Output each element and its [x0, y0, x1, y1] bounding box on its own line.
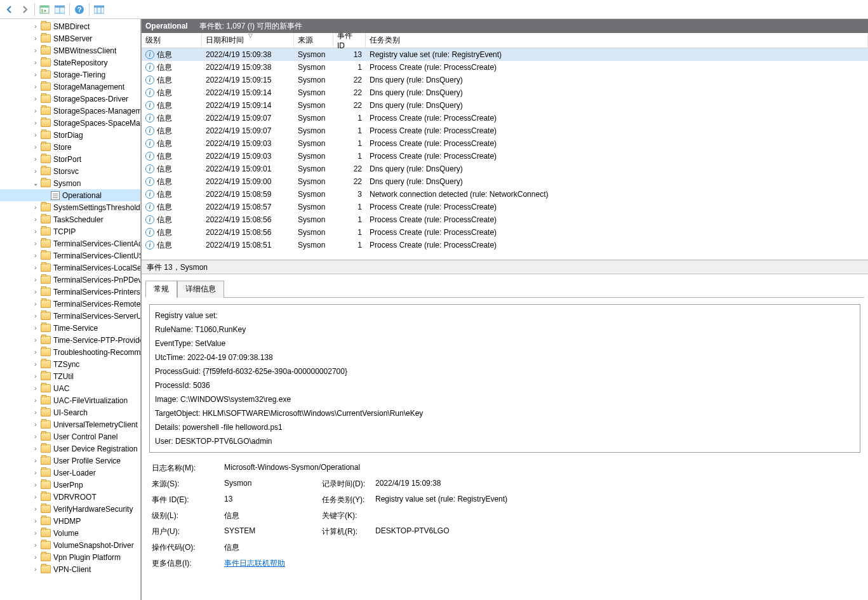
chevron-right-icon[interactable]: ›	[32, 83, 39, 91]
chevron-right-icon[interactable]: ›	[32, 312, 39, 320]
tree-item[interactable]: ›SystemSettingsThreshold	[0, 201, 140, 213]
tree-item[interactable]: ›User Device Registration	[0, 443, 140, 455]
chevron-right-icon[interactable]: ›	[32, 566, 39, 573]
chevron-right-icon[interactable]: ›	[32, 397, 39, 404]
tree-item[interactable]: ›User Control Panel	[0, 430, 140, 443]
table-row[interactable]: i信息2022/4/19 15:09:15Sysmon22Dns query (…	[142, 74, 868, 86]
tree-item[interactable]: ›UAC	[0, 382, 140, 394]
chevron-right-icon[interactable]: ›	[32, 505, 39, 513]
chevron-right-icon[interactable]: ›	[32, 324, 39, 332]
tree-item[interactable]: ›SMBServer	[0, 32, 140, 44]
col-category[interactable]: 任务类别	[366, 33, 868, 48]
table-row[interactable]: i信息2022/4/19 15:09:38Sysmon13Registry va…	[142, 48, 868, 61]
table-row[interactable]: i信息2022/4/19 15:09:07Sysmon1Process Crea…	[142, 112, 868, 124]
table-row[interactable]: i信息2022/4/19 15:09:07Sysmon1Process Crea…	[142, 124, 868, 137]
tree-item[interactable]: ›TerminalServices-RemoteConnectionManage…	[0, 298, 140, 310]
table-row[interactable]: i信息2022/4/19 15:08:57Sysmon1Process Crea…	[142, 201, 868, 213]
tree-item[interactable]: ›TZUtil	[0, 370, 140, 382]
chevron-right-icon[interactable]: ›	[32, 554, 39, 561]
chevron-right-icon[interactable]: ›	[32, 421, 39, 429]
chevron-right-icon[interactable]: ›	[32, 276, 39, 284]
table-row[interactable]: i信息2022/4/19 15:08:51Sysmon1Process Crea…	[142, 239, 868, 251]
tree-item[interactable]: ›Troubleshooting-Recommended	[0, 346, 140, 358]
tree-item[interactable]: ›StorageSpaces-Driver	[0, 93, 140, 105]
forward-button[interactable]	[18, 3, 32, 17]
col-date[interactable]: 日期和时间 ▽	[202, 33, 294, 48]
tree-item[interactable]: ›VPN-Client	[0, 563, 140, 575]
tree-item[interactable]: ›UserPnp	[0, 479, 140, 491]
chevron-right-icon[interactable]: ›	[32, 493, 39, 501]
table-row[interactable]: i信息2022/4/19 15:09:00Sysmon22Dns query (…	[142, 175, 868, 188]
tree-item[interactable]: ›Time-Service	[0, 322, 140, 334]
chevron-right-icon[interactable]: ›	[32, 373, 39, 380]
chevron-right-icon[interactable]: ›	[32, 530, 39, 537]
view-button[interactable]	[92, 3, 106, 17]
tree-item[interactable]: ›Store	[0, 141, 140, 153]
tree-item[interactable]: ›VDRVROOT	[0, 491, 140, 503]
chevron-right-icon[interactable]: ›	[32, 264, 39, 272]
table-row[interactable]: i信息2022/4/19 15:09:14Sysmon22Dns query (…	[142, 86, 868, 99]
chevron-right-icon[interactable]: ›	[32, 349, 39, 356]
table-row[interactable]: i信息2022/4/19 15:08:59Sysmon3Network conn…	[142, 188, 868, 201]
chevron-right-icon[interactable]: ›	[32, 457, 39, 465]
chevron-right-icon[interactable]: ›	[32, 71, 39, 79]
chevron-right-icon[interactable]: ›	[32, 23, 39, 30]
table-row[interactable]: i信息2022/4/19 15:09:14Sysmon22Dns query (…	[142, 99, 868, 112]
moreinfo-link[interactable]: 事件日志联机帮助	[224, 559, 285, 568]
tree-item[interactable]: ›Storsvc	[0, 165, 140, 177]
grid-header[interactable]: 级别 日期和时间 ▽ 来源 事件 ID 任务类别	[142, 33, 868, 48]
tree-item[interactable]: ›TerminalServices-ServerUSBDevices	[0, 310, 140, 322]
event-grid[interactable]: 级别 日期和时间 ▽ 来源 事件 ID 任务类别 i信息2022/4/19 15…	[142, 33, 868, 260]
tree-item[interactable]: ›UAC-FileVirtualization	[0, 394, 140, 406]
tree-item[interactable]: ›VolumeSnapshot-Driver	[0, 539, 140, 551]
tree-item[interactable]: ›VerifyHardwareSecurity	[0, 503, 140, 515]
tree-item[interactable]: ›TZSync	[0, 358, 140, 370]
chevron-right-icon[interactable]: ›	[32, 107, 39, 115]
table-row[interactable]: i信息2022/4/19 15:09:38Sysmon1Process Crea…	[142, 61, 868, 74]
back-button[interactable]	[3, 3, 17, 17]
properties-button[interactable]	[53, 3, 67, 17]
chevron-right-icon[interactable]: ›	[32, 445, 39, 453]
chevron-right-icon[interactable]: ›	[32, 433, 39, 441]
navigation-tree[interactable]: ›SMBDirect›SMBServer›SMBWitnessClient›St…	[0, 19, 141, 600]
tree-item[interactable]: ›TerminalServices-LocalSessionManager	[0, 262, 140, 274]
table-row[interactable]: i信息2022/4/19 15:08:56Sysmon1Process Crea…	[142, 213, 868, 226]
chevron-right-icon[interactable]: ›	[32, 95, 39, 103]
tree-item[interactable]: ›Vpn Plugin Platform	[0, 551, 140, 563]
chevron-down-icon[interactable]: ⌄	[32, 180, 39, 187]
tab-general[interactable]: 常规	[145, 281, 177, 298]
tree-item[interactable]: ›User Profile Service	[0, 455, 140, 467]
tree-item[interactable]: ›StorDiag	[0, 129, 140, 141]
tree-item[interactable]: ›StorageSpaces-ManagementAgent	[0, 105, 140, 117]
tree-item[interactable]: ⌄Sysmon	[0, 177, 140, 189]
help-button[interactable]: ?	[72, 3, 86, 17]
chevron-right-icon[interactable]: ›	[32, 361, 39, 368]
chevron-right-icon[interactable]: ›	[32, 481, 39, 489]
tab-details[interactable]: 详细信息	[177, 281, 224, 298]
tree-item[interactable]: ›StorageSpaces-SpaceManager	[0, 117, 140, 129]
chevron-right-icon[interactable]: ›	[32, 300, 39, 308]
chevron-right-icon[interactable]: ›	[32, 337, 39, 344]
chevron-right-icon[interactable]: ›	[32, 143, 39, 151]
tree-item[interactable]: ›StorageManagement	[0, 81, 140, 93]
chevron-right-icon[interactable]: ›	[32, 469, 39, 477]
table-row[interactable]: i信息2022/4/19 15:09:03Sysmon1Process Crea…	[142, 150, 868, 163]
tree-item[interactable]: ›SMBWitnessClient	[0, 44, 140, 57]
tree-item[interactable]: ›Time-Service-PTP-Provider	[0, 334, 140, 346]
chevron-right-icon[interactable]: ›	[32, 47, 39, 55]
tree-item[interactable]: ›UniversalTelemetryClient	[0, 418, 140, 430]
tree-item[interactable]: ›VHDMP	[0, 515, 140, 527]
table-row[interactable]: i信息2022/4/19 15:09:01Sysmon22Dns query (…	[142, 163, 868, 175]
table-row[interactable]: i信息2022/4/19 15:09:03Sysmon1Process Crea…	[142, 137, 868, 150]
tree-item[interactable]: ›Volume	[0, 527, 140, 539]
chevron-right-icon[interactable]: ›	[32, 542, 39, 549]
col-event-id[interactable]: 事件 ID	[333, 33, 366, 48]
chevron-right-icon[interactable]: ›	[32, 240, 39, 248]
event-detail-text[interactable]: Registry value set: RuleName: T1060,RunK…	[149, 304, 860, 453]
tree-item[interactable]: ›StorPort	[0, 153, 140, 165]
tree-item[interactable]: ›TerminalServices-Printers	[0, 286, 140, 298]
tree-item[interactable]: ›TerminalServices-ClientUSBDevices	[0, 250, 140, 262]
show-tree-button[interactable]	[37, 3, 51, 17]
chevron-right-icon[interactable]: ›	[32, 156, 39, 163]
chevron-right-icon[interactable]: ›	[32, 168, 39, 175]
